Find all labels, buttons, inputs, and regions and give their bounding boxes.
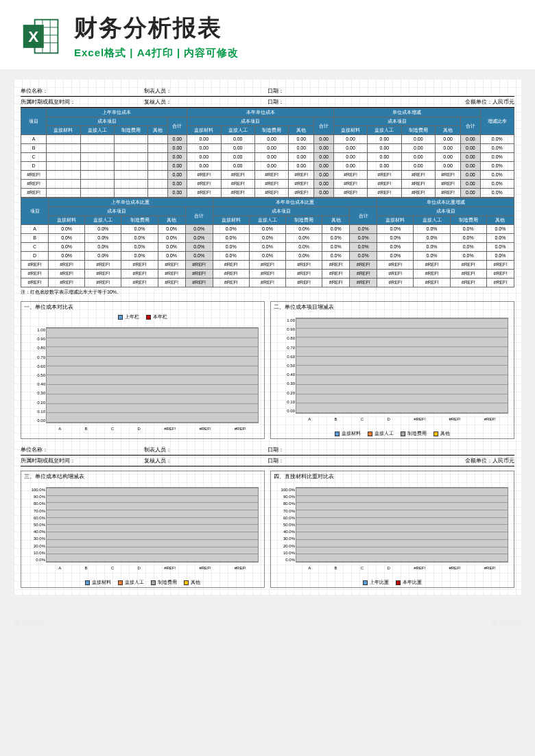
page-title: 财务分析报表 (74, 12, 514, 44)
svg-text:X: X (28, 27, 38, 45)
table-row: #REF!0.00#REF!#REF!#REF!#REF!0.00#REF!#R… (21, 171, 514, 180)
unit-label: 单位名称： (21, 87, 144, 95)
table-row: #REF!0.00#REF!#REF!#REF!#REF!0.00#REF!#R… (21, 189, 514, 198)
preparer-label: 制表人员： (144, 87, 268, 95)
chart-1: 一、单位成本对比表 上年栏本年栏 1.000.900.800.700.600.5… (21, 301, 265, 439)
table-row: C0.0%0.0%0.0%0.0%0.0%0.0%0.0%0.0%0.0%0.0… (21, 243, 514, 252)
date-label: 日期： (268, 87, 391, 95)
reviewer-label: 复核人员： (144, 98, 268, 106)
th-group: 上年单位成本 (47, 108, 187, 117)
table-row: A0.000.000.000.000.000.000.000.000.000.0… (21, 135, 514, 144)
th-ratio: 增减比率 (480, 108, 514, 135)
chart-3: 三、单位成本结构增减表 100.0%90.0%80.0%70.0%60.0%50… (21, 471, 265, 588)
table-row: B0.0%0.0%0.0%0.0%0.0%0.0%0.0%0.0%0.0%0.0… (21, 234, 514, 243)
table-row: D0.000.000.000.000.000.000.000.000.000.0… (21, 162, 514, 171)
table-row: A0.0%0.0%0.0%0.0%0.0%0.0%0.0%0.0%0.0%0.0… (21, 225, 514, 234)
watermark: 熊猫办公 (14, 617, 44, 628)
watermark: 熊猫办公 (491, 617, 521, 628)
chart-4: 四、直接材料比重对比表 100.0%90.0%80.0%70.0%60.0%50… (270, 471, 514, 588)
th-group: 本年单位成本 (187, 108, 334, 117)
info-row-2: 所属时期或截至时间： 复核人员： 日期： 金额单位：人民币元 (21, 97, 514, 108)
excel-icon: X (21, 16, 62, 57)
date-label: 日期： (268, 98, 391, 106)
table-row: #REF!#REF!#REF!#REF!#REF!#REF!#REF!#REF!… (21, 261, 514, 270)
currency-label: 金额单位：人民币元 (391, 98, 514, 106)
table-row: B0.000.000.000.000.000.000.000.000.000.0… (21, 144, 514, 153)
note-text: 注：红色底纹数字表示增减比率大于等于30%。 (21, 287, 514, 297)
table-row: C0.000.000.000.000.000.000.000.000.000.0… (21, 153, 514, 162)
chart-2: 二、单位成本项目增减表 1.000.900.800.700.600.500.40… (270, 301, 514, 439)
table-row: #REF!0.00#REF!#REF!#REF!#REF!0.00#REF!#R… (21, 180, 514, 189)
cost-table-2: 项目 上年单位成本比重 本年单位成本比重 单位成本比重增减 成本项目合计 成本项… (21, 198, 514, 287)
th-group: 单位成本增减 (333, 108, 480, 117)
info-row-3: 单位名称： 制表人员： 日期： (21, 445, 514, 456)
period-label: 所属时期或截至时间： (21, 98, 144, 106)
spreadsheet-preview: 单位名称： 制表人员： 日期： 所属时期或截至时间： 复核人员： 日期： 金额单… (14, 79, 521, 595)
info-row-4: 所属时期或截至时间： 复核人员： 日期： 金额单位：人民币元 (21, 456, 514, 466)
th-item: 项目 (21, 108, 47, 135)
page-subtitle: Excel格式 | A4打印 | 内容可修改 (74, 47, 514, 60)
info-row-1: 单位名称： 制表人员： 日期： (21, 86, 514, 97)
page-header: X 财务分析报表 Excel格式 | A4打印 | 内容可修改 (0, 0, 535, 69)
cost-table-1: 项目 上年单位成本 本年单位成本 单位成本增减 增减比率 成本项目合计 成本项目… (21, 108, 514, 198)
table-row: #REF!#REF!#REF!#REF!#REF!#REF!#REF!#REF!… (21, 270, 514, 279)
table-row: D0.0%0.0%0.0%0.0%0.0%0.0%0.0%0.0%0.0%0.0… (21, 252, 514, 261)
table-row: #REF!#REF!#REF!#REF!#REF!#REF!#REF!#REF!… (21, 279, 514, 287)
